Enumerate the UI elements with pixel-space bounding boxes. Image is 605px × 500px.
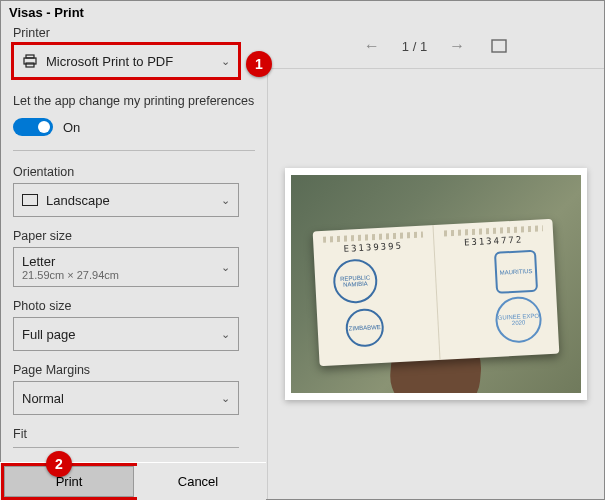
margins-label: Page Margins [13,363,255,377]
toggle-state: On [63,120,80,135]
svg-rect-4 [492,40,506,52]
preview-panel: ← 1 / 1 → E3139395 REPUBLIC NAM [267,24,604,499]
cancel-button[interactable]: Cancel [134,466,262,497]
pref-toggle-row: On [13,118,255,136]
divider [13,150,255,151]
dialog-body: Printer Microsoft Print to PDF ⌄ Let the… [1,24,604,499]
margins-value: Normal [22,391,64,406]
svg-rect-2 [26,63,34,67]
passport-page-left: E3139395 REPUBLIC NAMIBIA ZIMBABWE [313,225,440,366]
landscape-icon [22,194,38,206]
passport-page-right: E3134772 MAURITIUS GUINEE EXPO 2020 [433,219,559,360]
papersize-select[interactable]: Letter 21.59cm × 27.94cm ⌄ [13,247,239,287]
stamp-mauritius: MAURITIUS [494,250,538,294]
papersize-label: Paper size [13,229,255,243]
papersize-dimensions: 21.59cm × 27.94cm [22,269,119,281]
photosize-select[interactable]: Full page ⌄ [13,317,239,351]
preview-image: E3139395 REPUBLIC NAMIBIA ZIMBABWE E3134… [291,175,581,393]
print-dialog: Visas - Print Printer Microsoft Print to… [0,0,605,500]
annotation-badge-2: 2 [46,451,72,477]
chevron-down-icon: ⌄ [221,55,230,68]
orientation-select[interactable]: Landscape ⌄ [13,183,239,217]
passport: E3139395 REPUBLIC NAMIBIA ZIMBABWE E3134… [313,219,560,366]
page-indicator: 1 / 1 [402,39,427,54]
printer-label: Printer [13,26,255,40]
preview-toolbar: ← 1 / 1 → [267,24,604,68]
pref-label: Let the app change my printing preferenc… [13,94,255,108]
pref-toggle[interactable] [13,118,53,136]
next-page-button[interactable]: → [445,34,469,58]
orientation-label: Orientation [13,165,255,179]
preview-area: E3139395 REPUBLIC NAMIBIA ZIMBABWE E3134… [267,68,604,499]
prev-page-button[interactable]: ← [360,34,384,58]
chevron-down-icon: ⌄ [221,328,230,341]
orientation-value: Landscape [46,193,110,208]
fit-page-icon[interactable] [487,34,511,58]
window-title: Visas - Print [1,1,604,24]
stamp-namibia: REPUBLIC NAMIBIA [332,258,378,304]
margins-select[interactable]: Normal ⌄ [13,381,239,415]
printer-select[interactable]: Microsoft Print to PDF ⌄ [13,44,239,78]
chevron-down-icon: ⌄ [221,392,230,405]
svg-rect-1 [26,55,34,58]
fit-label: Fit [13,427,255,441]
preview-sheet: E3139395 REPUBLIC NAMIBIA ZIMBABWE E3134… [285,168,587,400]
settings-panel: Printer Microsoft Print to PDF ⌄ Let the… [1,24,267,499]
annotation-badge-1: 1 [246,51,272,77]
stamp-zimbabwe: ZIMBABWE [345,308,385,348]
action-bar: Print Cancel [0,462,266,500]
chevron-down-icon: ⌄ [221,261,230,274]
fit-divider [13,447,239,453]
papersize-value: Letter [22,254,55,269]
stamp-guinee: GUINEE EXPO 2020 [494,296,542,344]
printer-value: Microsoft Print to PDF [46,54,173,69]
chevron-down-icon: ⌄ [221,194,230,207]
photosize-value: Full page [22,327,75,342]
printer-icon [22,53,38,69]
svg-rect-3 [23,195,38,206]
photosize-label: Photo size [13,299,255,313]
